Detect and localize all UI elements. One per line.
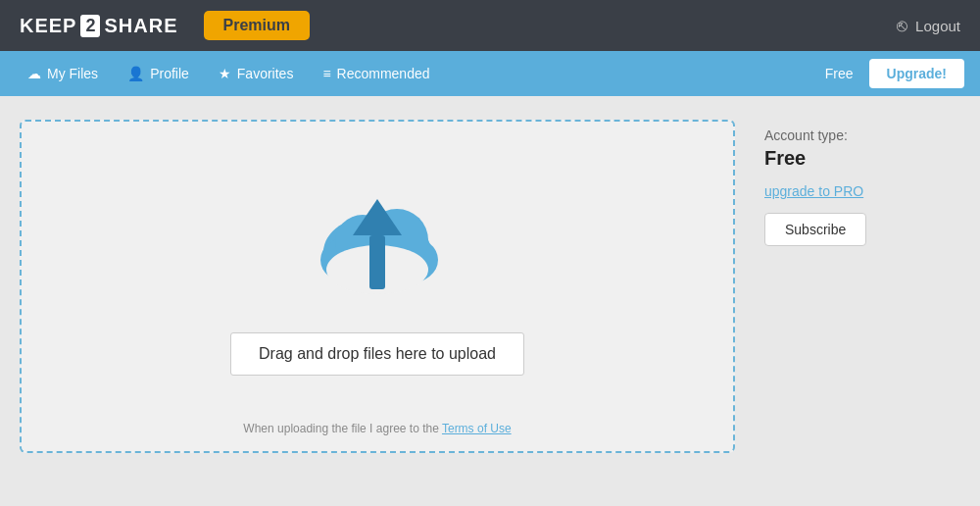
nav-label-recommended: Recommended: [337, 66, 430, 81]
free-label: Free: [815, 66, 863, 81]
svg-rect-6: [369, 235, 385, 289]
logo-share: SHARE: [104, 15, 177, 37]
cloud-upload-icon: [299, 181, 456, 313]
logo-keep: KEEP: [20, 15, 76, 37]
subscribe-button[interactable]: Subscribe: [764, 213, 866, 246]
header: KEEP 2 SHARE Premium ⎋ Logout: [0, 0, 980, 51]
nav-item-favorites[interactable]: ★ Favorites: [207, 60, 306, 87]
logout-icon: ⎋: [897, 16, 907, 36]
nav-label-myfiles: My Files: [47, 66, 98, 81]
premium-button[interactable]: Premium: [204, 11, 310, 40]
nav-label-favorites: Favorites: [237, 66, 294, 81]
logout-area[interactable]: ⎋ Logout: [897, 16, 960, 36]
nav-item-profile[interactable]: 👤 Profile: [116, 60, 201, 87]
cloud-icon: ☁: [27, 66, 41, 81]
main-content: Drag and drop files here to upload When …: [0, 96, 980, 477]
terms-link[interactable]: Terms of Use: [442, 422, 512, 435]
logo: KEEP 2 SHARE: [20, 15, 178, 37]
upgrade-button[interactable]: Upgrade!: [869, 59, 964, 88]
logout-label[interactable]: Logout: [915, 18, 960, 34]
nav-item-recommended[interactable]: ≡ Recommended: [311, 60, 441, 87]
star-icon: ★: [219, 66, 231, 81]
logo-2: 2: [80, 15, 100, 37]
terms-text: When uploading the file I agree to the T…: [243, 422, 511, 435]
upgrade-pro-link[interactable]: upgrade to PRO: [764, 183, 960, 199]
navbar: ☁ My Files 👤 Profile ★ Favorites ≡ Recom…: [0, 51, 980, 96]
profile-icon: 👤: [127, 66, 144, 81]
drag-drop-label: Drag and drop files here to upload: [230, 332, 524, 376]
upload-dropzone[interactable]: Drag and drop files here to upload When …: [20, 120, 735, 453]
account-type-value: Free: [764, 147, 960, 170]
list-icon: ≡: [322, 66, 330, 81]
nav-item-myfiles[interactable]: ☁ My Files: [16, 60, 110, 87]
account-type-label: Account type:: [764, 127, 960, 143]
nav-label-profile: Profile: [150, 66, 189, 81]
sidebar: Account type: Free upgrade to PRO Subscr…: [764, 120, 960, 453]
